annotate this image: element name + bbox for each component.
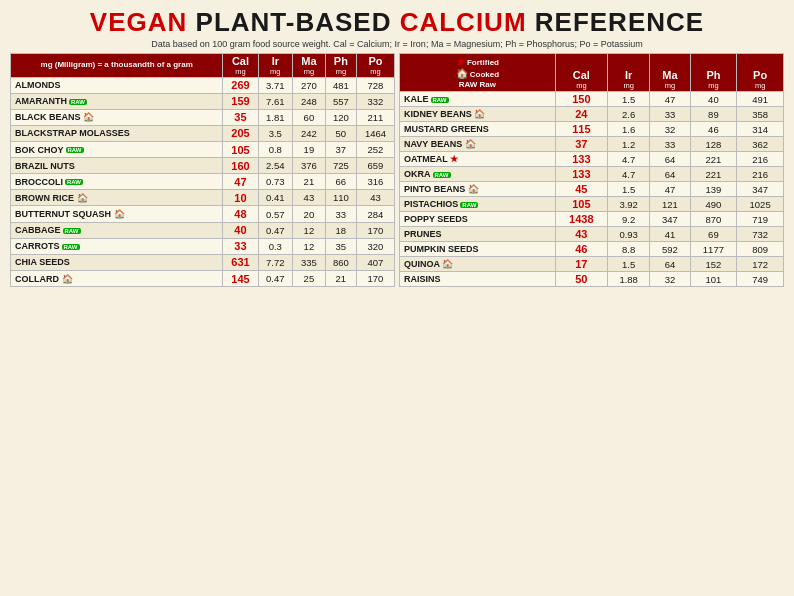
food-name: MUSTARD GREENS <box>400 122 556 137</box>
po-value: 407 <box>356 254 394 270</box>
ma-value: 32 <box>650 122 690 137</box>
table-row: PRUNES 43 0.93 41 69 732 <box>400 227 784 242</box>
ma-value: 242 <box>293 125 326 141</box>
cal-value: 17 <box>555 257 607 272</box>
table-row: NAVY BEANS 🏠 37 1.2 33 128 362 <box>400 137 784 152</box>
po-value: 749 <box>737 272 784 287</box>
cooked-icon: 🏠 <box>62 274 73 284</box>
raw-badge: RAW <box>62 244 80 250</box>
ma-value: 121 <box>650 197 690 212</box>
header-label-left: mg (Milligram) = a thousandth of a gram <box>11 53 223 77</box>
ph-value: 725 <box>325 158 356 174</box>
po-value: 252 <box>356 142 394 158</box>
po-value: 728 <box>356 77 394 93</box>
tables-container: mg (Milligram) = a thousandth of a gram … <box>10 53 784 288</box>
cal-value: 631 <box>223 254 258 270</box>
ir-value: 3.71 <box>258 77 292 93</box>
po-value: 732 <box>737 227 784 242</box>
cal-value: 159 <box>223 93 258 109</box>
ir-value: 4.7 <box>607 152 649 167</box>
ph-value: 21 <box>325 270 356 286</box>
food-name: BROCCOLIRAW <box>11 174 223 190</box>
po-value: 320 <box>356 238 394 254</box>
ph-value: 18 <box>325 222 356 238</box>
raw-badge: RAW <box>65 179 83 185</box>
ph-value: 66 <box>325 174 356 190</box>
ph-value: 557 <box>325 93 356 109</box>
ir-value: 0.47 <box>258 222 292 238</box>
cal-value: 145 <box>223 270 258 286</box>
food-name: ALMONDS <box>11 77 223 93</box>
food-name: KALERAW <box>400 92 556 107</box>
ma-value: 248 <box>293 93 326 109</box>
ir-value: 0.57 <box>258 206 292 222</box>
ph-value: 69 <box>690 227 737 242</box>
col-cal-right: Calmg <box>555 53 607 92</box>
ma-value: 12 <box>293 238 326 254</box>
ma-value: 33 <box>650 137 690 152</box>
food-name: OATMEAL ★ <box>400 152 556 167</box>
cal-value: 35 <box>223 109 258 125</box>
cal-value: 24 <box>555 107 607 122</box>
ir-value: 1.6 <box>607 122 649 137</box>
po-value: 170 <box>356 270 394 286</box>
po-value: 358 <box>737 107 784 122</box>
ph-value: 50 <box>325 125 356 141</box>
cal-value: 50 <box>555 272 607 287</box>
right-table: ★ Fortified 🏠 Cooked RAW Raw Calmg Irmg … <box>399 53 784 288</box>
ma-value: 335 <box>293 254 326 270</box>
cal-value: 133 <box>555 167 607 182</box>
ma-value: 64 <box>650 152 690 167</box>
po-value: 284 <box>356 206 394 222</box>
table-row: OKRARAW 133 4.7 64 221 216 <box>400 167 784 182</box>
raw-badge: RAW <box>63 228 81 234</box>
table-row: BRAZIL NUTS 160 2.54 376 725 659 <box>11 158 395 174</box>
ph-value: 1177 <box>690 242 737 257</box>
ph-value: 101 <box>690 272 737 287</box>
col-po-right: Pomg <box>737 53 784 92</box>
po-value: 216 <box>737 152 784 167</box>
cal-value: 115 <box>555 122 607 137</box>
ph-value: 37 <box>325 142 356 158</box>
ma-value: 592 <box>650 242 690 257</box>
main-title: VEGAN PLANT-BASED CALCIUM REFERENCE <box>10 8 784 37</box>
po-value: 172 <box>737 257 784 272</box>
ir-value: 2.54 <box>258 158 292 174</box>
ph-value: 139 <box>690 182 737 197</box>
ir-value: 0.93 <box>607 227 649 242</box>
header-label-right: ★ Fortified 🏠 Cooked RAW Raw <box>400 53 556 92</box>
cal-value: 40 <box>223 222 258 238</box>
ir-value: 7.72 <box>258 254 292 270</box>
ma-value: 19 <box>293 142 326 158</box>
cooked-icon: 🏠 <box>77 193 88 203</box>
table-row: MUSTARD GREENS 115 1.6 32 46 314 <box>400 122 784 137</box>
ma-value: 41 <box>650 227 690 242</box>
ph-value: 490 <box>690 197 737 212</box>
ph-value: 481 <box>325 77 356 93</box>
food-name: AMARANTHRAW <box>11 93 223 109</box>
food-name: PRUNES <box>400 227 556 242</box>
ir-value: 0.8 <box>258 142 292 158</box>
po-value: 216 <box>737 167 784 182</box>
ma-value: 64 <box>650 257 690 272</box>
table-row: KALERAW 150 1.5 47 40 491 <box>400 92 784 107</box>
raw-badge: RAW <box>431 97 449 103</box>
cal-value: 37 <box>555 137 607 152</box>
ph-value: 870 <box>690 212 737 227</box>
cal-value: 47 <box>223 174 258 190</box>
ir-value: 3.92 <box>607 197 649 212</box>
food-name: BLACK BEANS 🏠 <box>11 109 223 125</box>
ir-value: 1.5 <box>607 257 649 272</box>
cal-value: 205 <box>223 125 258 141</box>
table-row: CARROTSRAW 33 0.3 12 35 320 <box>11 238 395 254</box>
cal-value: 1438 <box>555 212 607 227</box>
ma-value: 270 <box>293 77 326 93</box>
food-name: PISTACHIOSRAW <box>400 197 556 212</box>
table-row: ALMONDS 269 3.71 270 481 728 <box>11 77 395 93</box>
col-po-left: Pomg <box>356 53 394 77</box>
ph-value: 110 <box>325 190 356 206</box>
ma-value: 47 <box>650 92 690 107</box>
col-cal-left: Calmg <box>223 53 258 77</box>
table-row: OATMEAL ★ 133 4.7 64 221 216 <box>400 152 784 167</box>
table-row: BROWN RICE 🏠 10 0.41 43 110 43 <box>11 190 395 206</box>
